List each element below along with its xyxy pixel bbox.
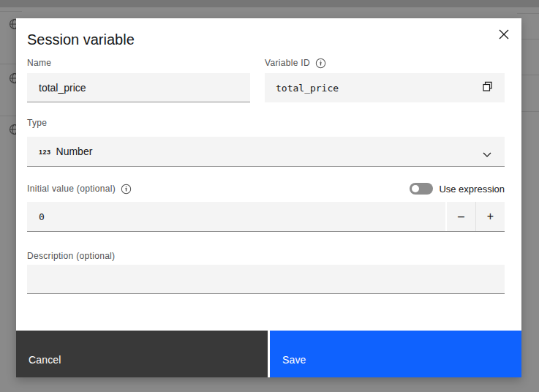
copy-button[interactable]	[472, 73, 502, 102]
session-variable-modal: Session variable Name Variable ID	[16, 18, 521, 377]
number-type-icon: 123	[39, 148, 51, 156]
background-row-divider	[0, 11, 22, 12]
type-label: Type	[27, 117, 505, 129]
variable-id-label: Variable ID	[265, 57, 505, 69]
variable-id-field: total_price	[265, 73, 505, 102]
variable-id-column: Variable ID total_price	[265, 57, 505, 102]
decrement-button[interactable]: –	[447, 202, 475, 231]
info-icon[interactable]	[315, 58, 326, 69]
name-input[interactable]	[27, 73, 250, 102]
copy-icon	[481, 80, 494, 95]
modal-title: Session variable	[27, 30, 505, 49]
chevron-down-icon	[483, 148, 491, 161]
initial-value-input[interactable]	[27, 202, 445, 231]
initial-value-label: Initial value (optional)	[27, 183, 132, 195]
name-varid-row: Name Variable ID	[27, 57, 505, 102]
name-label: Name	[27, 57, 250, 69]
save-button[interactable]: Save	[270, 331, 521, 377]
initial-value-row: Initial value (optional) Use expression	[27, 182, 505, 195]
variable-id-value: total_price	[276, 83, 339, 94]
info-icon[interactable]	[121, 184, 132, 195]
initial-value-number-input: – +	[27, 202, 505, 232]
modal-footer: Cancel Save	[16, 331, 521, 377]
increment-button[interactable]: +	[476, 202, 505, 231]
background-row-divider	[517, 13, 539, 14]
use-expression-toggle[interactable]: Use expression	[410, 183, 505, 195]
type-dropdown[interactable]: 123 Number	[27, 137, 505, 167]
toggle-knob	[412, 185, 419, 192]
name-column: Name	[27, 57, 250, 102]
toggle-track[interactable]	[410, 183, 433, 195]
type-value: Number	[56, 146, 93, 157]
background-header-band	[0, 0, 539, 7]
use-expression-label: Use expression	[439, 184, 505, 195]
description-label: Description (optional)	[27, 250, 505, 262]
cancel-button[interactable]: Cancel	[16, 331, 268, 377]
description-input[interactable]	[27, 265, 505, 294]
